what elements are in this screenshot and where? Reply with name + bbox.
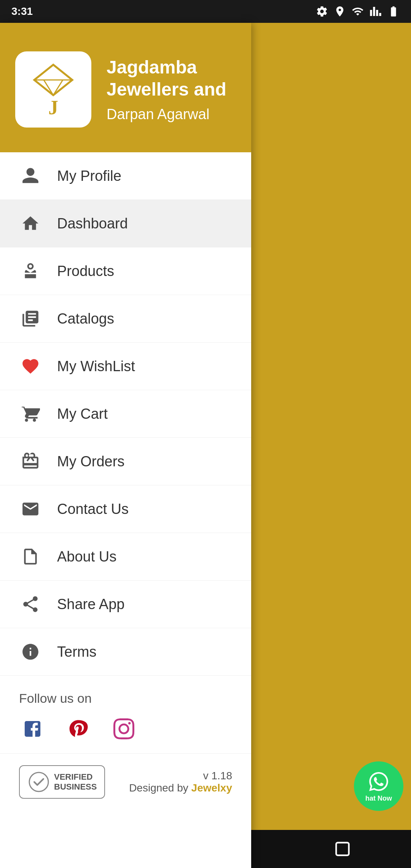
logo-icon: J	[23, 59, 84, 120]
menu-item-catalogs[interactable]: Catalogs	[0, 295, 251, 343]
contact-icon	[19, 498, 42, 520]
menu-item-terms[interactable]: Terms	[0, 628, 251, 676]
status-icons	[316, 5, 400, 18]
orders-icon	[19, 450, 42, 473]
svg-line-1	[34, 65, 53, 80]
wifi-icon	[352, 5, 364, 18]
designed-by-label: Designed by	[129, 782, 188, 794]
drawer-footer: VERIFIEDBUSINESS v 1.18 Designed by Jewe…	[0, 753, 251, 810]
pinterest-icon[interactable]	[65, 715, 91, 742]
home-icon	[19, 212, 42, 235]
menu-item-about[interactable]: About Us	[0, 533, 251, 581]
verified-badge: VERIFIEDBUSINESS	[19, 765, 105, 799]
verified-text: VERIFIEDBUSINESS	[54, 772, 97, 792]
menu-item-share[interactable]: Share App	[0, 581, 251, 628]
whatsapp-icon	[367, 770, 390, 793]
info-icon	[19, 640, 42, 663]
svg-rect-9	[336, 842, 349, 855]
catalog-icon	[19, 307, 42, 330]
designer-name: Jewelxy	[191, 782, 232, 794]
designed-by: Designed by Jewelxy	[129, 782, 232, 794]
dashboard-label: Dashboard	[57, 215, 128, 232]
app-logo: J	[15, 51, 91, 128]
verified-icon	[27, 771, 50, 793]
chat-label: hat Now	[365, 795, 392, 803]
instagram-icon[interactable]	[110, 715, 137, 742]
menu-item-my-profile[interactable]: My Profile	[0, 152, 251, 200]
terms-label: Terms	[57, 644, 96, 660]
user-name: Darpan Agarwal	[107, 106, 226, 123]
whatsapp-button[interactable]: hat Now	[354, 761, 403, 811]
person-icon	[19, 164, 42, 187]
menu-item-products[interactable]: Products	[0, 247, 251, 295]
about-icon	[19, 545, 42, 568]
time: 3:31	[11, 5, 33, 18]
drawer: J Jagdamba Jewellers and Darpan Agarwal …	[0, 23, 251, 868]
settings-icon	[316, 5, 328, 18]
menu-list: My Profile Dashboard Products Catalogs	[0, 152, 251, 868]
signal-icon	[370, 5, 382, 18]
follow-section: Follow us on	[0, 676, 251, 753]
version-number: v 1.18	[129, 770, 232, 782]
app-name: Jagdamba Jewellers and	[107, 56, 226, 100]
menu-item-dashboard[interactable]: Dashboard	[0, 200, 251, 247]
contact-label: Contact Us	[57, 501, 129, 517]
location-icon	[334, 5, 346, 18]
svg-text:J: J	[48, 97, 58, 118]
svg-line-2	[53, 65, 72, 80]
about-label: About Us	[57, 549, 116, 565]
version-info: v 1.18 Designed by Jewelxy	[129, 770, 232, 794]
cart-icon	[19, 402, 42, 425]
follow-title: Follow us on	[19, 691, 232, 706]
heart-icon	[19, 355, 42, 378]
header-text: Jagdamba Jewellers and Darpan Agarwal	[107, 56, 226, 122]
catalogs-label: Catalogs	[57, 311, 114, 327]
share-icon	[19, 593, 42, 616]
battery-icon	[387, 5, 400, 18]
share-label: Share App	[57, 596, 124, 613]
wishlist-label: My WishList	[57, 358, 135, 375]
menu-item-contact[interactable]: Contact Us	[0, 485, 251, 533]
social-icons	[19, 715, 232, 742]
status-bar: 3:31	[0, 0, 411, 23]
orders-label: My Orders	[57, 453, 124, 470]
products-label: Products	[57, 263, 114, 279]
menu-item-orders[interactable]: My Orders	[0, 438, 251, 485]
svg-point-7	[29, 772, 48, 791]
cart-label: My Cart	[57, 406, 108, 422]
my-profile-label: My Profile	[57, 168, 121, 184]
products-icon	[19, 260, 42, 282]
facebook-icon[interactable]	[19, 715, 46, 742]
drawer-header: J Jagdamba Jewellers and Darpan Agarwal	[0, 23, 251, 152]
recents-button[interactable]	[320, 836, 365, 862]
menu-item-wishlist[interactable]: My WishList	[0, 343, 251, 390]
menu-item-cart[interactable]: My Cart	[0, 390, 251, 438]
